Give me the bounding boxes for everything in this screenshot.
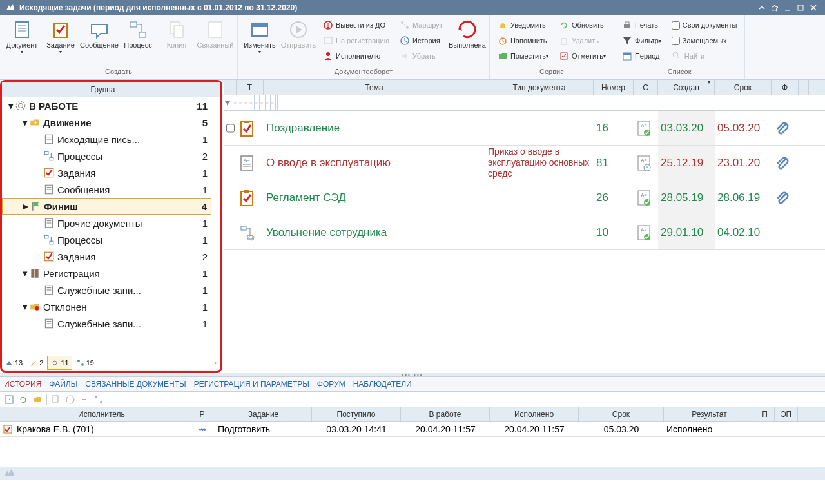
filter-button[interactable]: Фильтр ▾ xyxy=(619,34,664,48)
details-tab[interactable]: НАБЛЮДАТЕЛИ xyxy=(353,380,412,389)
refresh-detail-icon[interactable] xyxy=(18,394,28,405)
grid-row[interactable]: Регламент СЭД26A≡28.05.1928.06.19 xyxy=(224,180,825,215)
tree-item[interactable]: Задания2 xyxy=(2,248,211,265)
expand-icon[interactable]: ▾ xyxy=(21,117,29,128)
dgrid-p-col[interactable]: П xyxy=(755,407,775,421)
details-tab[interactable]: ИСТОРИЯ xyxy=(4,380,41,389)
details-tab[interactable]: СВЯЗАННЫЕ ДОКУМЕНТЫ xyxy=(85,380,186,389)
tree-item[interactable]: Служебные запи...1 xyxy=(2,282,211,298)
edit-button[interactable]: Изменить▾ xyxy=(240,17,279,57)
svg-rect-44 xyxy=(44,235,48,238)
copy-detail-icon[interactable] xyxy=(51,394,61,405)
dgrid-done-col[interactable]: Исполнено xyxy=(490,407,579,421)
details-grid-body[interactable]: Кракова Е.В. (701)↠Подготовить03.03.20 1… xyxy=(0,422,825,467)
details-row[interactable]: Кракова Е.В. (701)↠Подготовить03.03.20 1… xyxy=(0,422,825,437)
row-number: 26 xyxy=(594,180,634,215)
dgrid-sig-col[interactable]: ЭП xyxy=(775,407,798,421)
row-due: 23.01.20 xyxy=(715,146,772,180)
star-icon[interactable] xyxy=(768,1,781,14)
notify-button[interactable]: Уведомить xyxy=(495,18,551,32)
grid-header-number[interactable]: Номер xyxy=(594,80,634,95)
expand-icon[interactable]: ▸ xyxy=(22,200,30,212)
own-docs-checkbox[interactable]: Свои документы xyxy=(669,18,740,32)
new-message-button[interactable]: Сообщение xyxy=(80,17,119,52)
substituted-checkbox[interactable]: Замещаемых xyxy=(669,34,740,48)
dgrid-inwork-col[interactable]: В работе xyxy=(401,407,490,421)
minimize-button[interactable] xyxy=(781,1,794,14)
executor-button[interactable]: Исполнителю xyxy=(320,49,392,63)
tree-tab[interactable]: 2 xyxy=(26,356,46,370)
details-tab[interactable]: РЕГИСТРАЦИЯ И ПАРАМЕТРЫ xyxy=(194,380,309,389)
tree-tab[interactable]: 19 xyxy=(73,356,97,370)
group-list-label: Список xyxy=(614,68,744,79)
expand-icon[interactable]: ▾ xyxy=(21,267,29,279)
grid-header-due[interactable]: Срок xyxy=(715,80,772,95)
grid-header-type[interactable]: Т xyxy=(237,80,264,95)
tree-item[interactable]: ▾Регистрация1 xyxy=(2,265,211,282)
tree-item[interactable]: Задания1 xyxy=(2,164,211,181)
tree-item[interactable]: Процессы1 xyxy=(2,231,211,248)
grid-row[interactable]: Увольнение сотрудника10A≡29.01.1004.02.1… xyxy=(224,215,825,250)
dgrid-received-col[interactable]: Поступило xyxy=(312,407,401,421)
tree-item[interactable]: Исходящие пись...1 xyxy=(2,131,211,148)
print-button[interactable]: Печать xyxy=(619,18,664,32)
tree-item-label: Исходящие пись... xyxy=(57,134,202,145)
new-document-button[interactable]: Документ▾ xyxy=(3,17,41,57)
tree-item[interactable]: Служебные запи...1 xyxy=(2,315,211,332)
grid-header-theme[interactable]: Тема xyxy=(264,80,485,95)
tree-item[interactable]: ▸Финиш4 xyxy=(2,198,211,215)
dgrid-executor-col[interactable]: Исполнитель xyxy=(14,407,189,421)
vyvesti-button[interactable]: Вывести из ДО xyxy=(320,18,392,32)
tree-item[interactable]: ▾В РАБОТЕ11 xyxy=(2,97,211,114)
maximize-button[interactable] xyxy=(794,1,807,14)
details-tab[interactable]: ФОРУМ xyxy=(317,380,345,389)
grid-row[interactable]: A≡О вводе в эксплуатациюПриказ о вводе в… xyxy=(224,146,825,180)
history-icon xyxy=(400,35,410,46)
expand-icon[interactable]: ▾ xyxy=(21,301,29,313)
expand-icon[interactable]: ▾ xyxy=(7,100,15,111)
grid-header-created[interactable]: Создан▼ xyxy=(658,80,715,95)
grid-filter-row[interactable]: ≡≡≡≡≡≡≡≡ xyxy=(224,95,825,111)
dgrid-due-col[interactable]: Срок xyxy=(579,407,664,421)
tree-item[interactable]: Процессы2 xyxy=(2,148,211,164)
remind-button[interactable]: Напомнить xyxy=(495,34,551,48)
mark-button[interactable]: Отметить ▾ xyxy=(556,49,608,63)
branch-detail-icon[interactable] xyxy=(93,394,104,405)
details-tab[interactable]: ФАЙЛЫ xyxy=(49,380,77,389)
tree-tab[interactable]: 13 xyxy=(2,356,25,370)
executed-button[interactable]: Выполнена xyxy=(448,17,487,52)
svg-rect-16 xyxy=(324,37,332,44)
grid-header-attach[interactable]: Ф xyxy=(772,80,799,95)
refresh-button[interactable]: Обновить xyxy=(556,18,608,32)
clock-detail-icon[interactable] xyxy=(65,394,75,405)
grid-row[interactable]: Поздравление16A≡03.03.2005.03.20 xyxy=(224,111,825,146)
link-detail-icon[interactable] xyxy=(79,394,90,405)
row-checkbox[interactable] xyxy=(226,124,235,133)
period-button[interactable]: Период xyxy=(619,49,664,63)
dgrid-icon-col[interactable] xyxy=(0,407,14,421)
edit-detail-icon[interactable] xyxy=(4,394,14,405)
open-folder-icon[interactable] xyxy=(32,394,43,405)
new-task-button[interactable]: Задание▾ xyxy=(41,17,80,57)
grid-header-status[interactable]: С xyxy=(634,80,658,95)
grid-header-doctype[interactable]: Тип документа xyxy=(485,80,594,95)
dgrid-task-col[interactable]: Задание xyxy=(215,407,312,421)
grid-body[interactable]: Поздравление16A≡03.03.2005.03.20A≡О ввод… xyxy=(224,111,825,373)
grid-header-checkbox[interactable] xyxy=(224,80,237,95)
process-icon xyxy=(128,19,148,40)
new-process-button[interactable]: Процесс xyxy=(119,17,157,52)
tree-item[interactable]: Сообщения1 xyxy=(2,181,211,198)
close-button[interactable] xyxy=(807,1,820,14)
dgrid-r-col[interactable]: Р xyxy=(189,407,215,421)
tree-item-label: Процессы xyxy=(57,151,202,162)
history-button[interactable]: История xyxy=(397,34,445,48)
up-icon[interactable] xyxy=(755,1,768,14)
doc-icon xyxy=(43,217,55,229)
tree-item[interactable]: Прочие документы1 xyxy=(2,215,211,231)
tree-tab[interactable]: 11 xyxy=(47,356,72,370)
place-button[interactable]: Поместить ▾ xyxy=(495,49,551,63)
tree-item[interactable]: ▾Движение5 xyxy=(2,114,211,131)
dgrid-result-col[interactable]: Результат xyxy=(664,407,755,421)
tree-item[interactable]: ▾Отклонен1 xyxy=(2,298,211,315)
tree-body[interactable]: ▾В РАБОТЕ11▾Движение5Исходящие пись...1П… xyxy=(2,97,220,354)
